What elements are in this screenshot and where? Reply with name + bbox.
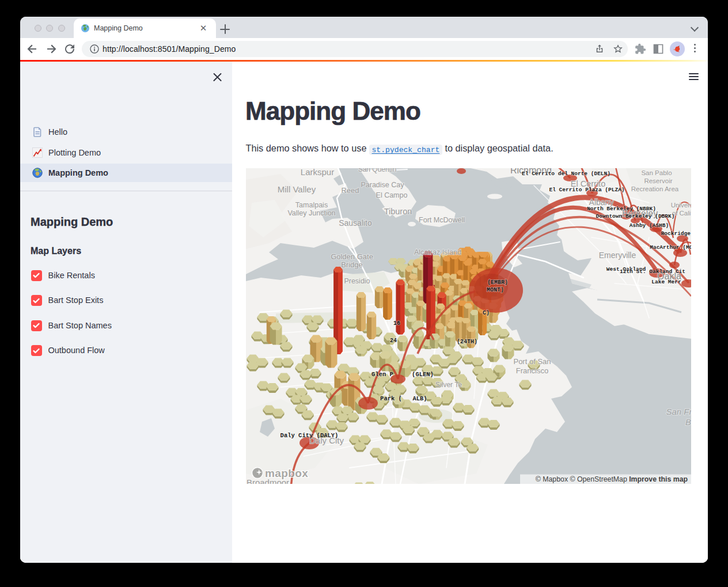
svg-text:Reed: Reed <box>341 186 359 195</box>
svg-text:Sausalito: Sausalito <box>339 218 372 228</box>
svg-text:Tiburon: Tiburon <box>384 207 412 216</box>
svg-text:(24TH): (24TH) <box>457 339 477 345</box>
svg-text:16: 16 <box>393 320 400 327</box>
svg-text:Golden Gate: Golden Gate <box>331 252 373 261</box>
svg-text:(GLEN): (GLEN) <box>412 371 434 378</box>
svg-text:of Californ: of Californ <box>672 210 691 217</box>
svg-text:B: B <box>685 417 691 427</box>
svg-text:Fort McDowell: Fort McDowell <box>419 216 465 224</box>
svg-text:Glen P: Glen P <box>371 371 393 378</box>
svg-text:Bridge: Bridge <box>341 260 363 269</box>
svg-text:El Cerrito Plaza (PLZA): El Cerrito Plaza (PLZA) <box>549 187 624 193</box>
svg-text:Rockridge (: Rockridge ( <box>661 230 691 237</box>
svg-text:ALB): ALB) <box>412 395 427 402</box>
svg-text:Paradise Cay: Paradise Cay <box>361 181 404 189</box>
svg-text:Presidio: Presidio <box>344 277 370 285</box>
svg-text:Silver Te: Silver Te <box>435 381 462 389</box>
svg-text:Lake Merr: Lake Merr <box>651 279 681 285</box>
svg-text:24: 24 <box>390 338 397 344</box>
svg-text:El Campo: El Campo <box>376 191 408 199</box>
svg-text:Mill Valley: Mill Valley <box>278 184 316 194</box>
svg-text:San Quentin: San Quentin <box>358 168 397 173</box>
svg-text:Recreation Area: Recreation Area <box>631 185 679 192</box>
svg-text:Universit: Universit <box>671 202 691 209</box>
svg-text:C): C) <box>483 310 490 316</box>
svg-text:MONT): MONT) <box>487 287 504 293</box>
svg-text:mapbox: mapbox <box>265 467 308 479</box>
svg-text:(EMBR): (EMBR) <box>487 279 508 286</box>
svg-text:Downtown Berkeley (DBRK): Downtown Berkeley (DBRK) <box>596 213 675 219</box>
svg-text:© Mapbox © OpenStreetMap Impro: © Mapbox © OpenStreetMap Improve this ma… <box>536 475 688 483</box>
svg-text:North Berkeley (NBRK): North Berkeley (NBRK) <box>587 206 656 212</box>
svg-text:Ashby (ASHB): Ashby (ASHB) <box>630 222 669 229</box>
svg-text:Port of San: Port of San <box>513 357 551 366</box>
svg-text:San Pablo: San Pablo <box>641 169 672 176</box>
svg-text:Francisco: Francisco <box>516 366 548 375</box>
svg-text:Alcatraz Island: Alcatraz Island <box>414 248 461 256</box>
svg-text:San Fr: San Fr <box>666 407 691 416</box>
svg-text:El Cerrito del Norte (DELN): El Cerrito del Norte (DELN) <box>522 171 611 177</box>
svg-text:Larkspur: Larkspur <box>301 168 334 177</box>
svg-text:Valley Junction: Valley Junction <box>287 209 335 217</box>
svg-text:Reservoir: Reservoir <box>644 177 672 184</box>
svg-text:Park (: Park ( <box>380 395 402 402</box>
svg-text:Daly City (DALY): Daly City (DALY) <box>280 432 339 439</box>
svg-text:MacArthur (MCAR: MacArthur (MCAR <box>650 244 691 251</box>
svg-text:12th St. Oakland Cit: 12th St. Oakland Cit <box>620 268 685 275</box>
svg-text:Emeryville: Emeryville <box>599 251 636 260</box>
svg-text:Tamalpais: Tamalpais <box>295 201 328 209</box>
